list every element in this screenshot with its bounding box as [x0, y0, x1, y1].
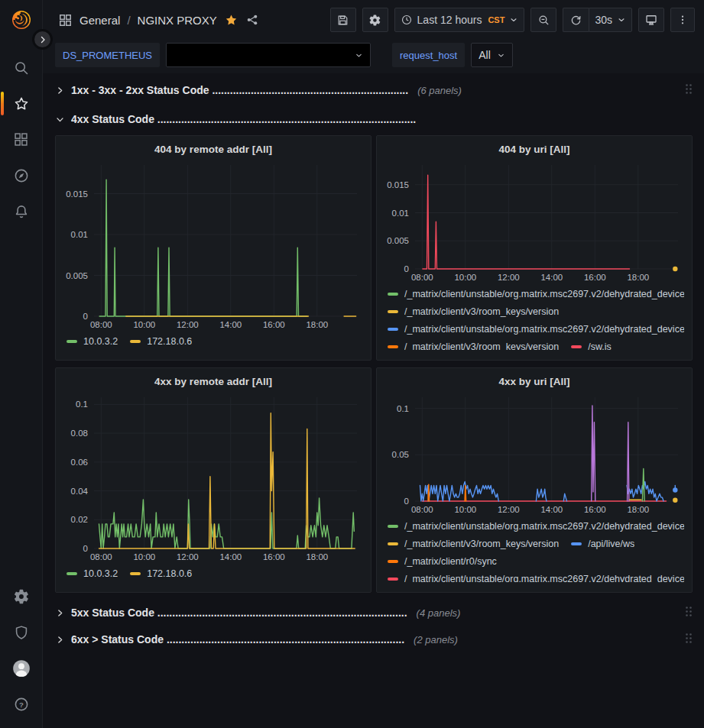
request-host-select[interactable]: All: [471, 43, 513, 67]
chevron-down-icon: [509, 15, 518, 24]
svg-text:16:00: 16:00: [584, 505, 606, 514]
drag-handle-icon[interactable]: [685, 83, 693, 98]
panel-grid: 404 by remote addr [All] 00.0050.010.015…: [55, 135, 693, 593]
svg-text:0.02: 0.02: [71, 515, 88, 524]
datasource-select[interactable]: [166, 43, 371, 67]
svg-text:0.005: 0.005: [387, 236, 409, 245]
svg-text:10:00: 10:00: [454, 273, 476, 282]
row-title: 4xx Status Code ........................…: [71, 113, 416, 125]
legend-item[interactable]: 10.0.3.2: [67, 333, 118, 349]
breadcrumb-separator: /: [127, 14, 130, 27]
legend-item[interactable]: /sw.js: [571, 338, 612, 350]
legend-item[interactable]: /api/live/ws: [571, 535, 634, 552]
svg-text:16:00: 16:00: [263, 552, 285, 561]
grafana-logo-icon[interactable]: [10, 8, 33, 31]
save-dashboard-button[interactable]: [330, 8, 356, 32]
legend-label: /_matrix/client/v3/room_keys/version: [404, 539, 559, 549]
row-header-4xx[interactable]: 4xx Status Code ........................…: [55, 108, 693, 130]
kebab-menu-button[interactable]: [670, 8, 695, 32]
sidebar-item-starred[interactable]: [0, 86, 42, 121]
chevron-right-icon: [55, 635, 65, 645]
svg-text:0.08: 0.08: [71, 429, 88, 438]
grafana-app: ? General / NGINX PROXY: [0, 0, 704, 728]
sidebar-item-dashboards[interactable]: [0, 121, 42, 157]
active-indicator: [1, 92, 4, 115]
legend-label: /_matrix/client/v3/room_keys/version: [404, 306, 559, 317]
refresh-button[interactable]: [563, 8, 589, 32]
sidebar-item-search[interactable]: [0, 50, 42, 86]
sidebar-item-help[interactable]: ?: [0, 686, 42, 722]
legend-swatch: [388, 560, 398, 563]
svg-text:08:00: 08:00: [90, 552, 112, 561]
main-area: General / NGINX PROXY: [43, 0, 704, 728]
svg-text:18:00: 18:00: [306, 552, 328, 561]
time-series-chart[interactable]: 00.050.108:0010:0012:0014:0016:0018:00: [383, 391, 686, 516]
row-title: 5xx Status Code ........................…: [71, 607, 407, 619]
legend-item[interactable]: /_matrix/client/v3/room_keys/version: [388, 338, 559, 350]
favorite-star-icon[interactable]: [224, 13, 238, 28]
legend-item[interactable]: /_matrix/client/r0/sync: [388, 553, 497, 569]
row-header-1xx[interactable]: 1xx - 3xx - 2xx Status Code ............…: [55, 79, 693, 101]
legend-item[interactable]: /_matrix/client/v3/room_keys/version: [388, 303, 559, 319]
time-range-picker[interactable]: Last 12 hours CST: [394, 8, 525, 32]
sidebar-item-alerting[interactable]: [0, 193, 42, 229]
svg-text:10:00: 10:00: [454, 505, 476, 514]
legend-item[interactable]: /_matrix/client/unstable/org.matrix.msc2…: [388, 321, 684, 337]
legend-label: 10.0.3.2: [83, 568, 118, 579]
legend-item[interactable]: 172.18.0.6: [130, 333, 192, 349]
panel-legend: 10.0.3.2172.18.0.6: [62, 332, 365, 350]
row-header-5xx[interactable]: 5xx Status Code ........................…: [55, 602, 693, 623]
svg-text:0.06: 0.06: [71, 458, 88, 467]
svg-text:12:00: 12:00: [177, 552, 199, 561]
avatar: [11, 658, 31, 678]
legend-item[interactable]: /_matrix/client/unstable/org.matrix.msc2…: [388, 571, 684, 582]
chart-canvas: 00.0050.010.01508:0010:0012:0014:0016:00…: [62, 159, 365, 332]
breadcrumb-section[interactable]: General: [79, 14, 120, 27]
panel-title[interactable]: 404 by uri [All]: [383, 139, 686, 159]
sidebar-item-configuration[interactable]: [0, 578, 42, 614]
legend-label: /_matrix/client/unstable/org.matrix.msc2…: [404, 289, 684, 299]
legend-swatch: [130, 340, 141, 343]
zoom-out-button[interactable]: [530, 8, 556, 32]
legend-item[interactable]: 172.18.0.6: [130, 565, 192, 581]
legend-item[interactable]: /_matrix/client/unstable/org.matrix.msc2…: [388, 518, 684, 534]
tv-mode-button[interactable]: [638, 8, 664, 32]
panel-404-by-uri: 404 by uri [All] 00.0050.010.01508:0010:…: [376, 135, 693, 361]
apps-grid-icon[interactable]: [58, 13, 73, 28]
sidebar-expand-button[interactable]: [32, 29, 53, 50]
svg-text:18:00: 18:00: [306, 320, 328, 329]
timezone-label: CST: [488, 15, 504, 24]
panel-title[interactable]: 404 by remote addr [All]: [62, 139, 365, 159]
clock-icon: [401, 14, 413, 26]
chevron-down-icon: [497, 51, 505, 60]
sidebar-item-server-admin[interactable]: [0, 614, 42, 650]
legend-item[interactable]: 10.0.3.2: [67, 565, 118, 581]
dashboard-settings-button[interactable]: [362, 8, 388, 32]
sidebar: ?: [0, 0, 43, 728]
drag-handle-icon[interactable]: [685, 633, 693, 647]
drag-handle-icon[interactable]: [685, 606, 693, 620]
variable-label-ds-prometheus: DS_PROMETHEUS: [55, 43, 160, 67]
legend-item[interactable]: /_matrix/client/v3/room_keys/version: [388, 535, 559, 552]
sidebar-item-explore[interactable]: [0, 157, 42, 193]
svg-text:?: ?: [19, 700, 24, 708]
legend-label: 10.0.3.2: [83, 336, 118, 347]
panel-title[interactable]: 4xx by uri [All]: [383, 371, 686, 391]
refresh-interval-dropdown[interactable]: 30s: [589, 8, 632, 32]
time-series-chart[interactable]: 00.020.040.060.080.108:0010:0012:0014:00…: [62, 391, 365, 564]
svg-text:0.1: 0.1: [397, 404, 409, 413]
page-title: NGINX PROXY: [138, 14, 217, 27]
legend-label: /_matrix/client/unstable/org.matrix.msc2…: [404, 521, 684, 532]
share-icon[interactable]: [245, 13, 259, 27]
legend-item[interactable]: /_matrix/client/unstable/org.matrix.msc2…: [388, 286, 684, 302]
panel-legend: /_matrix/client/unstable/org.matrix.msc2…: [383, 284, 686, 350]
time-series-chart[interactable]: 00.0050.010.01508:0010:0012:0014:0016:00…: [62, 159, 365, 332]
dashboard-toolbar: General / NGINX PROXY: [43, 0, 704, 40]
svg-text:08:00: 08:00: [411, 273, 433, 282]
svg-text:0.05: 0.05: [392, 450, 409, 459]
row-header-6xx[interactable]: 6xx > Status Code ......................…: [55, 629, 693, 650]
sidebar-item-profile[interactable]: [0, 650, 42, 686]
time-series-chart[interactable]: 00.0050.010.01508:0010:0012:0014:0016:00…: [383, 159, 686, 284]
panel-title[interactable]: 4xx by remote addr [All]: [62, 371, 365, 391]
redacted-value: [174, 45, 349, 65]
